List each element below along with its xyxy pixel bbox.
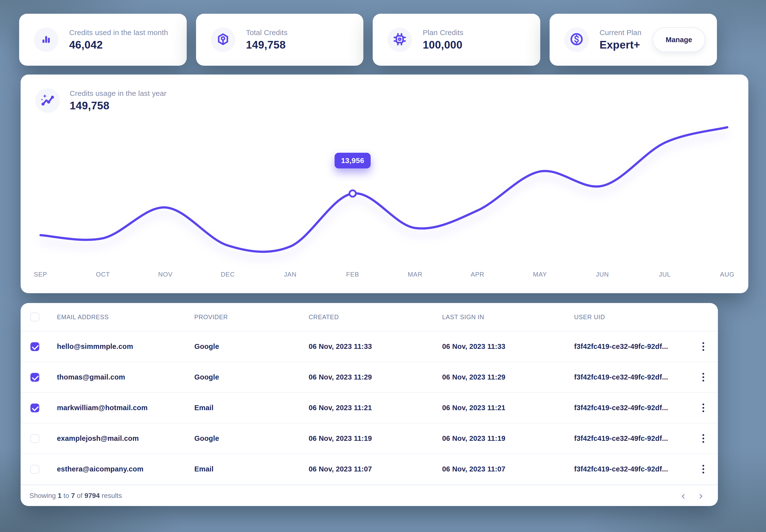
last-sign-in-cell: 06 Nov, 2023 11:29 [442, 373, 574, 381]
last-sign-in-cell: 06 Nov, 2023 11:07 [442, 465, 574, 473]
x-axis-month-label: APR [471, 271, 484, 278]
user-uid-cell: f3f42fc419-ce32-49fc-92df... [574, 404, 689, 412]
created-cell: 06 Nov, 2023 11:07 [309, 465, 442, 473]
next-page-chevron-icon[interactable]: › [699, 490, 703, 501]
chart-line [40, 127, 727, 252]
provider-cell: Google [194, 342, 309, 351]
column-header-last-sign-in: LAST SIGN IN [442, 314, 574, 321]
x-axis-month-label: JAN [284, 271, 297, 278]
previous-page-chevron-icon[interactable]: ‹ [681, 490, 685, 501]
stat-label: Current Plan [600, 28, 642, 37]
created-cell: 06 Nov, 2023 11:33 [309, 342, 442, 351]
icon-circle [35, 88, 60, 113]
stat-card-plan-credits: Plan Credits 100,000 [373, 14, 540, 66]
x-axis-month-label: NOV [158, 271, 173, 278]
table-row: examplejosh@mail.com Google 06 Nov, 2023… [21, 423, 718, 454]
stat-label: Credits used in the last month [69, 28, 168, 37]
user-uid-cell: f3f42fc419-ce32-49fc-92df... [574, 465, 689, 473]
manage-plan-button[interactable]: Manage [653, 27, 705, 52]
row-actions-kebab-icon[interactable] [700, 401, 707, 415]
last-sign-in-cell: 06 Nov, 2023 11:21 [442, 404, 574, 412]
cube-icon [217, 33, 229, 46]
select-all-checkbox[interactable] [30, 313, 39, 321]
pagination: ‹ › [681, 490, 703, 501]
last-sign-in-cell: 06 Nov, 2023 11:19 [442, 434, 574, 443]
chart-tooltip: 13,956 [335, 153, 371, 168]
last-sign-in-cell: 06 Nov, 2023 11:33 [442, 342, 574, 351]
icon-circle [34, 27, 58, 52]
table-row: thomas@gmail.com Google 06 Nov, 2023 11:… [21, 362, 718, 393]
email-cell: thomas@gmail.com [57, 373, 194, 381]
created-cell: 06 Nov, 2023 11:19 [309, 434, 442, 443]
chart-title: Credits usage in the last year [70, 89, 166, 98]
icon-circle [564, 27, 589, 52]
stat-value: 100,000 [423, 39, 463, 51]
stat-value: Expert+ [600, 39, 642, 51]
column-header-created: CREATED [309, 314, 442, 321]
x-axis-month-label: OCT [96, 271, 110, 278]
email-cell: esthera@aicompany.com [57, 465, 194, 473]
table-row: hello@simmmple.com Google 06 Nov, 2023 1… [21, 331, 718, 362]
x-axis-month-label: FEB [346, 271, 359, 278]
results-to: 7 [71, 492, 75, 499]
stats-row: Credits used in the last month 46,042 To… [19, 14, 717, 66]
chart-total-value: 149,758 [70, 100, 166, 112]
stat-card-current-plan: Current Plan Expert+ Manage [549, 14, 717, 66]
provider-cell: Google [194, 373, 309, 381]
stat-value: 46,042 [69, 39, 168, 51]
row-checkbox[interactable] [30, 404, 39, 412]
stat-value: 149,758 [246, 39, 288, 51]
results-from: 1 [58, 492, 62, 499]
row-checkbox[interactable] [30, 373, 39, 382]
bar-chart-icon [40, 33, 52, 46]
email-cell: markwilliam@hotmail.com [57, 404, 194, 412]
provider-cell: Email [194, 404, 309, 412]
email-cell: examplejosh@mail.com [57, 434, 194, 443]
chart-highlight-marker [349, 190, 356, 197]
table-body: hello@simmmple.com Google 06 Nov, 2023 1… [21, 331, 718, 485]
row-checkbox[interactable] [30, 434, 39, 443]
table-header-row: EMAIL ADDRESS PROVIDER CREATED LAST SIGN… [21, 303, 718, 331]
icon-circle [387, 27, 412, 52]
user-uid-cell: f3f42fc419-ce32-49fc-92df... [574, 434, 689, 443]
row-actions-kebab-icon[interactable] [700, 462, 707, 476]
row-actions-kebab-icon[interactable] [700, 340, 707, 353]
trend-line-icon [41, 93, 54, 108]
x-axis-month-label: SEP [34, 271, 47, 278]
x-axis-month-label: DEC [221, 271, 235, 278]
email-cell: hello@simmmple.com [57, 342, 194, 351]
column-header-user-uid: USER UID [574, 314, 689, 321]
x-axis-month-label: JUN [596, 271, 609, 278]
results-summary: Showing 1 to 7 of 9794 results [29, 492, 122, 500]
x-axis-month-label: AUG [720, 271, 735, 278]
credits-usage-chart-card: Credits usage in the last year 149,758 S… [21, 75, 748, 293]
users-table-card: EMAIL ADDRESS PROVIDER CREATED LAST SIGN… [21, 303, 718, 506]
stat-label: Plan Credits [423, 28, 463, 37]
row-actions-kebab-icon[interactable] [700, 370, 707, 384]
column-header-email: EMAIL ADDRESS [57, 314, 194, 321]
user-uid-cell: f3f42fc419-ce32-49fc-92df... [574, 342, 689, 351]
created-cell: 06 Nov, 2023 11:29 [309, 373, 442, 381]
x-axis-month-label: MAY [533, 271, 547, 278]
table-footer: Showing 1 to 7 of 9794 results ‹ › [21, 485, 718, 506]
row-checkbox[interactable] [30, 465, 39, 474]
row-checkbox[interactable] [30, 342, 39, 351]
table-row: esthera@aicompany.com Email 06 Nov, 2023… [21, 454, 718, 485]
icon-circle [211, 27, 235, 52]
x-axis-month-label: MAR [408, 271, 422, 278]
chart-header: Credits usage in the last year 149,758 [35, 88, 166, 113]
column-header-provider: PROVIDER [194, 314, 309, 321]
row-actions-kebab-icon[interactable] [700, 432, 707, 445]
table-row: markwilliam@hotmail.com Email 06 Nov, 20… [21, 393, 718, 423]
stat-card-credits-used: Credits used in the last month 46,042 [19, 14, 187, 66]
cpu-icon [394, 33, 406, 46]
stat-label: Total Credits [246, 28, 288, 37]
provider-cell: Google [194, 434, 309, 443]
provider-cell: Email [194, 465, 309, 473]
stat-card-total-credits: Total Credits 149,758 [196, 14, 364, 66]
user-uid-cell: f3f42fc419-ce32-49fc-92df... [574, 373, 689, 381]
x-axis-month-label: JUL [659, 271, 671, 278]
results-total: 9794 [84, 492, 100, 499]
created-cell: 06 Nov, 2023 11:21 [309, 404, 442, 412]
dollar-icon [570, 33, 583, 47]
